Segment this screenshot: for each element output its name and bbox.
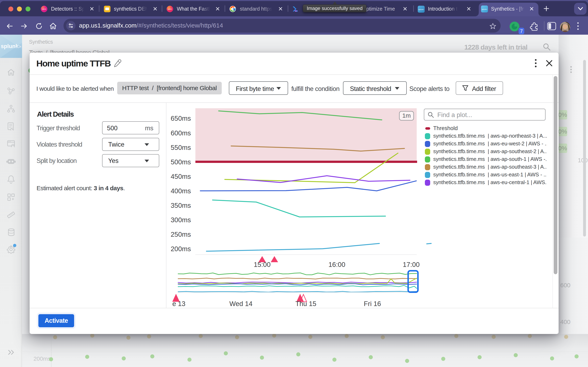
svg-text:splunk: splunk — [42, 8, 46, 10]
svg-text:500ms: 500ms — [171, 158, 191, 166]
svg-text:splunk>: splunk> — [418, 8, 424, 10]
svg-text:300ms: 300ms — [171, 216, 191, 224]
svg-text:Fri 16: Fri 16 — [364, 300, 381, 308]
svg-text:e 13: e 13 — [172, 300, 185, 308]
svg-text:250ms: 250ms — [171, 231, 191, 238]
svg-text:splunk: splunk — [168, 8, 172, 10]
svg-text:Wed 14: Wed 14 — [229, 300, 252, 308]
svg-text:650ms: 650ms — [171, 115, 191, 122]
svg-text:550ms: 550ms — [171, 144, 191, 151]
svg-text:splunk>: splunk> — [482, 8, 487, 10]
svg-text:Thu 15: Thu 15 — [295, 300, 316, 308]
svg-text:600ms: 600ms — [171, 129, 191, 137]
svg-text:1m: 1m — [402, 112, 411, 119]
svg-text:17:00: 17:00 — [403, 261, 420, 268]
svg-text:450ms: 450ms — [171, 173, 191, 180]
svg-text:16:00: 16:00 — [329, 261, 346, 268]
svg-text:350ms: 350ms — [171, 202, 191, 209]
svg-text:200ms: 200ms — [171, 245, 191, 253]
svg-text:400ms: 400ms — [171, 187, 191, 195]
